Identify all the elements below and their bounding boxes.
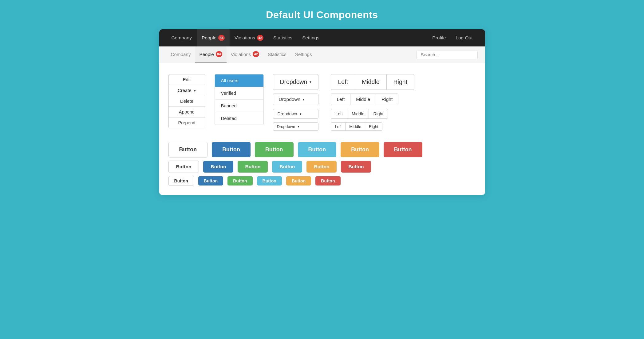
btn-group-sm-left[interactable]: Left [331,109,347,119]
dropdown-caret-lg: ▾ [310,80,311,84]
filter-deleted[interactable]: Deleted [215,112,263,125]
list-group: Edit Create ▾ Delete Append Prepend [168,74,205,128]
list-item-edit[interactable]: Edit [169,74,205,85]
light-nav-company[interactable]: Company [167,46,195,63]
btn-md-default[interactable]: Button [168,161,199,173]
dark-nav-logout[interactable]: Log Out [451,29,477,46]
filter-list: All users Verified Banned Deleted [215,74,264,125]
dark-nav-statistics[interactable]: Statistics [268,29,297,46]
button-groups-col: Left Middle Right Left Middle Right Left… [331,74,414,131]
main-content: Edit Create ▾ Delete Append Prepend All … [159,63,485,195]
list-item-delete[interactable]: Delete [169,96,205,107]
dropdown-caret-xs: ▾ [298,125,299,129]
list-item-append[interactable]: Append [169,107,205,118]
light-nav-settings[interactable]: Settings [291,46,316,63]
dropdown-caret-md: ▾ [303,98,305,102]
btn-sm-info[interactable]: Button [257,176,282,185]
dark-navbar: Company People 84 Violations 42 Statisti… [159,29,485,46]
color-buttons-section: Button Button Button Button Button Butto… [168,142,476,186]
btn-lg-primary[interactable]: Button [212,142,251,157]
btn-sm-default[interactable]: Button [168,176,194,186]
light-navbar: Company People 84 Violations 42 Statisti… [159,46,485,63]
filter-verified[interactable]: Verified [215,87,263,100]
btn-sm-primary[interactable]: Button [198,176,223,185]
search-input[interactable] [416,50,478,59]
dropdown-xs[interactable]: Dropdown ▾ [273,122,319,131]
btn-group-md-left[interactable]: Left [331,94,350,105]
btn-sm-danger[interactable]: Button [315,176,340,185]
light-people-badge: 84 [216,51,222,57]
btn-sm-success[interactable]: Button [227,176,252,185]
dark-nav-settings[interactable]: Settings [297,29,324,46]
dropdowns-groups: Dropdown ▾ Dropdown ▾ Dropdown ▾ Dropdow… [273,74,415,131]
btn-lg-default[interactable]: Button [168,142,208,158]
list-item-create[interactable]: Create ▾ [169,85,205,96]
light-nav-statistics[interactable]: Statistics [263,46,291,63]
people-badge: 84 [218,35,225,41]
btn-group-sm: Left Middle Right [331,109,414,119]
btn-group-lg-middle[interactable]: Middle [355,74,387,90]
btn-md-success[interactable]: Button [238,161,268,173]
buttons-row-md: Button Button Button Button Button Butto… [168,161,476,173]
btn-group-md-middle[interactable]: Middle [350,94,376,105]
btn-group-xs-middle[interactable]: Middle [345,122,365,131]
light-violations-badge: 42 [253,51,259,57]
buttons-row-lg: Button Button Button Button Button Butto… [168,142,476,158]
btn-group-md-right[interactable]: Right [376,94,398,105]
btn-group-sm-middle[interactable]: Middle [347,109,369,119]
dark-nav-profile[interactable]: Profile [427,29,451,46]
btn-lg-warning[interactable]: Button [341,142,379,157]
filter-all-users[interactable]: All users [215,74,263,87]
components-row: Edit Create ▾ Delete Append Prepend All … [168,74,476,131]
btn-md-info[interactable]: Button [272,161,302,173]
btn-md-danger[interactable]: Button [341,161,371,173]
dropdowns-col: Dropdown ▾ Dropdown ▾ Dropdown ▾ Dropdow… [273,74,319,131]
btn-lg-info[interactable]: Button [298,142,337,157]
btn-group-sm-right[interactable]: Right [369,109,388,119]
caret-icon: ▾ [194,89,196,93]
btn-md-warning[interactable]: Button [306,161,337,173]
violations-badge: 42 [257,35,263,41]
list-item-prepend[interactable]: Prepend [169,118,205,128]
btn-md-primary[interactable]: Button [203,161,233,173]
btn-lg-danger[interactable]: Button [384,142,422,157]
btn-group-xs-left[interactable]: Left [331,122,346,131]
buttons-row-sm: Button Button Button Button Button Butto… [168,176,476,186]
dark-nav-company[interactable]: Company [167,29,197,46]
btn-lg-success[interactable]: Button [255,142,294,157]
btn-group-xs: Left Middle Right [331,122,414,131]
dropdown-sm[interactable]: Dropdown ▾ [273,109,319,119]
light-nav-people[interactable]: People 84 [195,46,227,63]
light-nav-violations[interactable]: Violations 42 [227,46,263,63]
btn-group-lg-right[interactable]: Right [386,74,415,90]
btn-group-md: Left Middle Right [331,94,414,105]
dropdown-md[interactable]: Dropdown ▾ [273,94,319,105]
btn-group-lg: Left Middle Right [331,74,414,90]
page-title: Default UI Components [266,9,378,21]
dark-nav-people[interactable]: People 84 [197,29,230,46]
filter-banned[interactable]: Banned [215,100,263,112]
btn-group-xs-right[interactable]: Right [365,122,382,131]
dropdown-lg[interactable]: Dropdown ▾ [273,74,319,90]
btn-sm-warning[interactable]: Button [286,176,311,185]
main-card: Company People 84 Violations 42 Statisti… [159,29,485,195]
dropdown-caret-sm: ▾ [300,112,302,116]
dark-nav-violations[interactable]: Violations 42 [230,29,268,46]
btn-group-lg-left[interactable]: Left [331,74,355,90]
